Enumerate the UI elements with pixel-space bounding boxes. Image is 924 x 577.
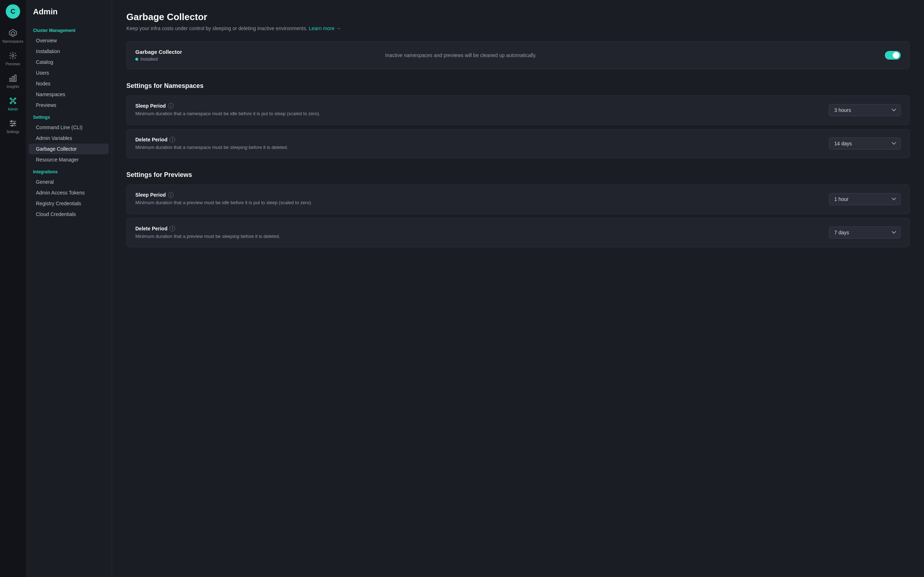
previews-settings-section: Settings for Previews Sleep Period i Min… bbox=[126, 171, 909, 247]
sidebar-item-insights[interactable]: Insights bbox=[0, 69, 26, 92]
svg-line-12 bbox=[14, 99, 15, 100]
svg-point-18 bbox=[11, 121, 12, 122]
svg-line-14 bbox=[14, 102, 15, 102]
ns-sleep-desc: Minimum duration that a namespace must b… bbox=[135, 110, 829, 117]
section-cluster-management: Cluster Management bbox=[26, 24, 112, 35]
svg-point-10 bbox=[15, 102, 16, 104]
pv-sleep-info: Sleep Period i Minimum duration that a p… bbox=[135, 192, 829, 206]
page-description: Keep your infra costs under control by s… bbox=[126, 26, 909, 31]
sidebar-item-namespaces[interactable]: Namespaces bbox=[0, 24, 26, 47]
gc-card: Garbage Collector Installed Inactive nam… bbox=[126, 41, 909, 69]
ns-sleep-select[interactable]: 30 minutes 1 hour 2 hours 3 hours 6 hour… bbox=[829, 104, 901, 116]
pv-delete-info: Delete Period i Minimum duration that a … bbox=[135, 226, 829, 240]
app-logo[interactable]: C bbox=[6, 4, 20, 19]
nav-item-catalog[interactable]: Catalog bbox=[26, 57, 112, 68]
svg-point-2 bbox=[12, 55, 14, 57]
pv-sleep-card: Sleep Period i Minimum duration that a p… bbox=[126, 184, 909, 214]
icon-sidebar: C Namespaces Previews Insights bbox=[0, 0, 26, 577]
insights-label: Insights bbox=[7, 85, 19, 89]
pv-delete-card: Delete Period i Minimum duration that a … bbox=[126, 218, 909, 248]
pv-delete-info-icon[interactable]: i bbox=[169, 226, 175, 231]
sidebar-item-previews[interactable]: Previews bbox=[0, 47, 26, 69]
svg-point-20 bbox=[11, 125, 13, 126]
sidebar-item-admin[interactable]: Admin bbox=[0, 92, 26, 115]
svg-rect-4 bbox=[12, 76, 14, 81]
gc-status-label: Installed bbox=[140, 56, 158, 62]
nav-item-installation[interactable]: Installation bbox=[26, 46, 112, 57]
ns-delete-info-icon[interactable]: i bbox=[169, 137, 175, 142]
nav-item-registry-credentials[interactable]: Registry Credentials bbox=[26, 198, 112, 209]
nav-item-namespaces[interactable]: Namespaces bbox=[26, 89, 112, 100]
svg-line-11 bbox=[11, 99, 12, 100]
nav-item-nodes[interactable]: Nodes bbox=[26, 78, 112, 89]
insights-icon bbox=[8, 73, 18, 83]
svg-point-8 bbox=[15, 98, 16, 99]
previews-icon bbox=[8, 51, 18, 61]
svg-rect-5 bbox=[15, 75, 16, 81]
learn-more-link[interactable]: Learn more → bbox=[309, 26, 341, 31]
status-dot bbox=[135, 58, 138, 61]
pv-sleep-info-icon[interactable]: i bbox=[168, 192, 174, 198]
ns-sleep-info-icon[interactable]: i bbox=[168, 103, 174, 109]
nav-item-admin-variables[interactable]: Admin Variables bbox=[26, 133, 112, 143]
page-title: Garbage Collector bbox=[126, 11, 909, 23]
ns-sleep-label: Sleep Period i bbox=[135, 103, 829, 109]
admin-icon bbox=[8, 96, 18, 106]
nav-sidebar: Admin Cluster Management Overview Instal… bbox=[26, 0, 112, 577]
nav-item-previews[interactable]: Previews bbox=[26, 100, 112, 111]
nav-item-garbage-collector[interactable]: Garbage Collector bbox=[29, 143, 109, 154]
namespaces-settings-section: Settings for Namespaces Sleep Period i M… bbox=[126, 82, 909, 158]
main-content: Garbage Collector Keep your infra costs … bbox=[112, 0, 924, 577]
pv-delete-select[interactable]: 1 day 3 days 7 days 14 days 30 days Neve… bbox=[829, 226, 901, 239]
gc-card-info: Garbage Collector Installed bbox=[135, 49, 385, 62]
pv-delete-label: Delete Period i bbox=[135, 226, 829, 231]
svg-point-19 bbox=[14, 123, 15, 124]
section-settings: Settings bbox=[26, 111, 112, 122]
sidebar-item-settings[interactable]: Settings bbox=[0, 115, 26, 137]
nav-item-overview[interactable]: Overview bbox=[26, 35, 112, 46]
gc-card-status: Installed bbox=[135, 56, 385, 62]
namespaces-label: Namespaces bbox=[3, 39, 23, 44]
toggle-thumb bbox=[893, 52, 899, 58]
section-integrations: Integrations bbox=[26, 165, 112, 177]
ns-delete-label: Delete Period i bbox=[135, 137, 829, 142]
gc-toggle[interactable] bbox=[885, 51, 901, 60]
namespaces-icon bbox=[8, 28, 18, 38]
svg-marker-1 bbox=[11, 32, 15, 35]
nav-item-general[interactable]: General bbox=[26, 177, 112, 187]
admin-label: Admin bbox=[8, 107, 18, 111]
ns-sleep-info: Sleep Period i Minimum duration that a n… bbox=[135, 103, 829, 117]
namespaces-section-title: Settings for Namespaces bbox=[126, 82, 909, 90]
pv-sleep-select[interactable]: 30 minutes 1 hour 2 hours 3 hours 6 hour… bbox=[829, 193, 901, 205]
svg-point-9 bbox=[10, 102, 11, 104]
nav-title: Admin bbox=[26, 7, 112, 24]
nav-item-cli[interactable]: Command Line (CLI) bbox=[26, 122, 112, 133]
pv-delete-desc: Minimum duration that a preview must be … bbox=[135, 233, 829, 240]
nav-item-users[interactable]: Users bbox=[26, 68, 112, 78]
nav-item-resource-manager[interactable]: Resource Manager bbox=[26, 154, 112, 165]
previews-section-title: Settings for Previews bbox=[126, 171, 909, 179]
ns-delete-select[interactable]: 1 day 3 days 7 days 14 days 30 days Neve… bbox=[829, 137, 901, 150]
svg-point-7 bbox=[10, 98, 11, 99]
nav-item-cloud-credentials[interactable]: Cloud Credentials bbox=[26, 209, 112, 219]
toggle-track[interactable] bbox=[885, 51, 901, 60]
gc-card-description: Inactive namespaces and previews will be… bbox=[385, 52, 885, 58]
svg-rect-3 bbox=[10, 78, 11, 81]
ns-delete-card: Delete Period i Minimum duration that a … bbox=[126, 129, 909, 159]
pv-sleep-desc: Minimum duration that a preview must be … bbox=[135, 199, 829, 206]
ns-delete-info: Delete Period i Minimum duration that a … bbox=[135, 137, 829, 151]
gc-card-name: Garbage Collector bbox=[135, 49, 385, 55]
pv-sleep-label: Sleep Period i bbox=[135, 192, 829, 198]
ns-delete-desc: Minimum duration that a namespace must b… bbox=[135, 144, 829, 151]
svg-line-13 bbox=[11, 102, 12, 102]
previews-label: Previews bbox=[6, 62, 21, 66]
settings-label: Settings bbox=[6, 130, 19, 134]
nav-item-admin-access-tokens[interactable]: Admin Access Tokens bbox=[26, 187, 112, 198]
settings-icon bbox=[8, 118, 18, 129]
ns-sleep-card: Sleep Period i Minimum duration that a n… bbox=[126, 95, 909, 125]
